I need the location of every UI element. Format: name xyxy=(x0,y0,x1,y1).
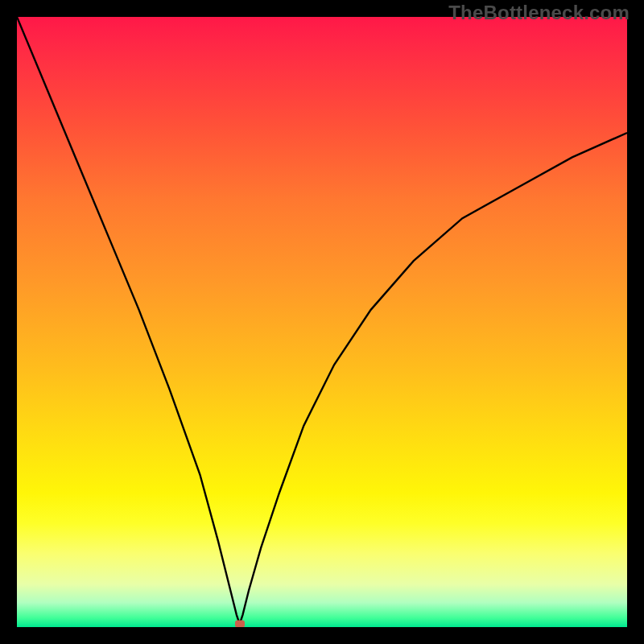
bottleneck-curve xyxy=(17,17,627,627)
curve-path xyxy=(17,17,627,624)
chart-frame: TheBottleneck.com xyxy=(0,0,644,644)
watermark-text: TheBottleneck.com xyxy=(448,2,630,24)
plot-area xyxy=(17,17,627,627)
minimum-marker xyxy=(235,621,245,627)
